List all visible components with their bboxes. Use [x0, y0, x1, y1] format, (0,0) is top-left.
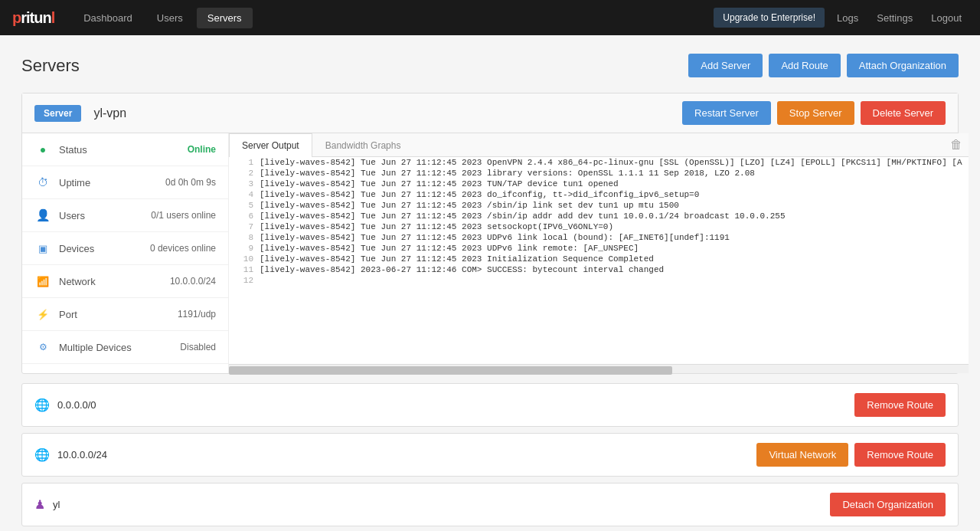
server-actions: Restart Server Stop Server Delete Server [682, 101, 946, 125]
detach-organization-button[interactable]: Detach Organization [830, 493, 946, 516]
nav-servers[interactable]: Servers [197, 8, 253, 28]
add-route-button[interactable]: Add Route [769, 54, 840, 77]
stat-network-label: Network [59, 276, 170, 287]
route-icon-2: 🌐 [34, 447, 50, 462]
stat-multiple-devices-label: Multiple Devices [59, 342, 180, 353]
route-row-1: 🌐 0.0.0.0/0 Remove Route [21, 383, 959, 427]
output-line: 7 [lively-waves-8542] Tue Jun 27 11:12:4… [229, 221, 969, 232]
route-actions-2: Virtual Network Remove Route [756, 443, 946, 467]
output-line: 11 [lively-waves-8542] 2023-06-27 11:12:… [229, 264, 969, 275]
page: Servers Add Server Add Route Attach Orga… [0, 35, 980, 531]
stat-port-value: 1191/udp [178, 309, 216, 320]
tab-bandwidth-graphs[interactable]: Bandwidth Graphs [312, 133, 414, 157]
stat-status: ● Status Online [22, 133, 228, 166]
nav-settings[interactable]: Settings [871, 9, 919, 27]
output-tabs: Server Output Bandwidth Graphs 🗑 [229, 133, 969, 157]
stat-devices-label: Devices [59, 243, 150, 254]
nav-logs[interactable]: Logs [831, 9, 864, 27]
status-icon: ● [34, 141, 51, 158]
network-icon: 📶 [34, 273, 51, 290]
server-name: yl-vpn [93, 107, 670, 120]
route-icon-1: 🌐 [34, 398, 50, 412]
server-main: Server Output Bandwidth Graphs 🗑 1 [live… [229, 133, 969, 373]
route-addr-1: 0.0.0.0/0 [57, 399, 854, 411]
stat-users-value: 0/1 users online [151, 210, 216, 221]
nav-links: Dashboard Users Servers [73, 8, 714, 28]
stat-uptime: ⏱ Uptime 0d 0h 0m 9s [22, 166, 228, 199]
virtual-network-button[interactable]: Virtual Network [756, 443, 848, 467]
page-header: Servers Add Server Add Route Attach Orga… [21, 54, 959, 77]
port-icon: ⚡ [34, 306, 51, 323]
remove-route-button-1[interactable]: Remove Route [854, 393, 946, 417]
stat-multiple-devices: ⚙ Multiple Devices Disabled [22, 331, 228, 364]
restart-server-button[interactable]: Restart Server [682, 101, 771, 125]
server-tag: Server [34, 105, 81, 122]
output-line: 5 [lively-waves-8542] Tue Jun 27 11:12:4… [229, 200, 969, 211]
output-content[interactable]: 1 [lively-waves-8542] Tue Jun 27 11:12:4… [229, 157, 969, 364]
nav-users[interactable]: Users [146, 8, 194, 28]
output-line: 10 [lively-waves-8542] Tue Jun 27 11:12:… [229, 254, 969, 264]
route-row-2: 🌐 10.0.0.0/24 Virtual Network Remove Rou… [21, 433, 959, 477]
stat-multiple-devices-value: Disabled [180, 342, 216, 352]
output-clear-area: 🗑 [950, 138, 969, 152]
nav-logout[interactable]: Logout [925, 9, 968, 27]
stat-users: 👤 Users 0/1 users online [22, 199, 228, 232]
logo: pritunl [12, 9, 54, 27]
server-sidebar: ● Status Online ⏱ Uptime 0d 0h 0m 9s 👤 U… [22, 133, 229, 373]
stat-network: 📶 Network 10.0.0.0/24 [22, 265, 228, 298]
server-body: ● Status Online ⏱ Uptime 0d 0h 0m 9s 👤 U… [22, 133, 958, 373]
uptime-icon: ⏱ [34, 174, 51, 191]
page-title: Servers [21, 56, 80, 76]
topnav-right: Upgrade to Enterprise! Logs Settings Log… [714, 8, 968, 28]
org-row: ♟ yl Detach Organization [21, 483, 959, 526]
stat-port-label: Port [59, 309, 178, 320]
output-scrollbar[interactable] [229, 364, 969, 373]
org-icon: ♟ [34, 497, 45, 512]
attach-organization-button[interactable]: Attach Organization [847, 54, 959, 77]
stat-status-value: Online [188, 144, 216, 155]
add-server-button[interactable]: Add Server [688, 54, 763, 77]
stat-devices: ▣ Devices 0 devices online [22, 232, 228, 265]
users-icon: 👤 [34, 207, 51, 224]
output-line: 9 [lively-waves-8542] Tue Jun 27 11:12:4… [229, 243, 969, 254]
stat-uptime-value: 0d 0h 0m 9s [165, 177, 216, 188]
clear-output-icon[interactable]: 🗑 [950, 138, 962, 151]
stat-devices-value: 0 devices online [150, 243, 216, 254]
header-actions: Add Server Add Route Attach Organization [688, 54, 959, 77]
route-addr-2: 10.0.0.0/24 [57, 449, 756, 461]
output-line: 2 [lively-waves-8542] Tue Jun 27 11:12:4… [229, 168, 969, 179]
server-card: Server yl-vpn Restart Server Stop Server… [21, 93, 959, 374]
stat-network-value: 10.0.0.0/24 [170, 276, 216, 287]
nav-dashboard[interactable]: Dashboard [73, 8, 143, 28]
output-line: 12 [229, 275, 969, 286]
org-actions: Detach Organization [830, 493, 946, 516]
stat-port: ⚡ Port 1191/udp [22, 298, 228, 331]
output-line: 3 [lively-waves-8542] Tue Jun 27 11:12:4… [229, 179, 969, 189]
server-card-header: Server yl-vpn Restart Server Stop Server… [22, 93, 958, 133]
delete-server-button[interactable]: Delete Server [861, 101, 946, 125]
output-line: 6 [lively-waves-8542] Tue Jun 27 11:12:4… [229, 211, 969, 221]
stat-status-label: Status [59, 144, 188, 156]
route-actions-1: Remove Route [854, 393, 946, 417]
org-name: yl [53, 499, 830, 510]
output-line: 4 [lively-waves-8542] Tue Jun 27 11:12:4… [229, 189, 969, 200]
stat-users-label: Users [59, 210, 151, 221]
upgrade-button[interactable]: Upgrade to Enterprise! [714, 8, 825, 28]
tab-server-output[interactable]: Server Output [229, 133, 312, 157]
multiple-devices-icon: ⚙ [34, 339, 51, 356]
remove-route-button-2[interactable]: Remove Route [854, 443, 946, 467]
stat-uptime-label: Uptime [59, 177, 165, 188]
topnav: pritunl Dashboard Users Servers Upgrade … [0, 0, 980, 35]
output-line: 1 [lively-waves-8542] Tue Jun 27 11:12:4… [229, 157, 969, 168]
stop-server-button[interactable]: Stop Server [777, 101, 854, 125]
devices-icon: ▣ [34, 240, 51, 257]
output-line: 8 [lively-waves-8542] Tue Jun 27 11:12:4… [229, 232, 969, 243]
